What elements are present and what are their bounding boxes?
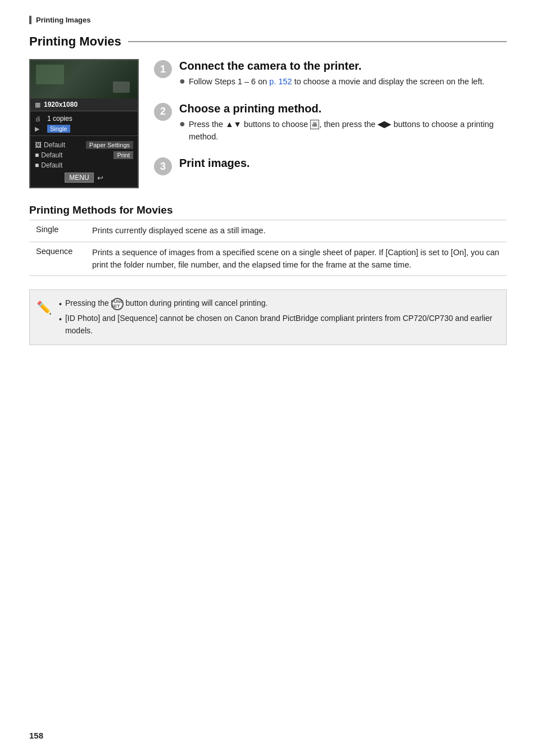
step-1: 1 Connect the camera to the printer. ● F… bbox=[152, 59, 507, 90]
step-2-bullet-dot: ● bbox=[179, 118, 185, 130]
note-text-1: Pressing the FUNCSET button during print… bbox=[65, 297, 268, 310]
cam-menu-arrow: ↩ bbox=[97, 174, 103, 182]
cam-copies-row: 🖨 1 copies bbox=[35, 114, 133, 124]
step-3: 3 Print images. bbox=[152, 156, 507, 175]
section1-heading: Printing Movies bbox=[29, 34, 121, 49]
page: Printing Images Printing Movies ▦ 1920x1… bbox=[0, 0, 536, 756]
cam-row-paper: 🖼 Default Paper Settings bbox=[35, 140, 133, 150]
cam-print-icon: ■ bbox=[35, 151, 39, 159]
cam-row-print: ■ Default Print bbox=[35, 150, 133, 160]
table-desc-sequence: Prints a sequence of images from a speci… bbox=[85, 242, 507, 276]
cam-top-bar: ▦ 1920x1080 bbox=[30, 98, 138, 111]
breadcrumb: Printing Images bbox=[29, 16, 507, 24]
cam-paper-icon: 🖼 bbox=[35, 141, 42, 149]
methods-section: Printing Methods for Movies Single Print… bbox=[29, 204, 507, 276]
step-1-bullet-dot: ● bbox=[179, 75, 185, 88]
cam-menu-row: MENU ↩ bbox=[35, 170, 133, 184]
cam-row-default: ■ Default bbox=[35, 160, 133, 170]
step-1-bullet-1: ● Follow Steps 1 – 6 on p. 152 to choose… bbox=[179, 76, 507, 88]
cam-bottom: 🖼 Default Paper Settings ■ Default Print… bbox=[30, 138, 138, 187]
cam-copies-val: 1 copies bbox=[47, 115, 72, 123]
step-3-num-wrap: 3 bbox=[152, 156, 174, 175]
step-2-num-wrap: 2 bbox=[152, 102, 174, 146]
cam-print-text: Default bbox=[41, 151, 62, 159]
table-label-single: Single bbox=[29, 220, 85, 242]
cam-body: 🖨 1 copies ▶ Single bbox=[30, 111, 138, 134]
section1-heading-wrap: Printing Movies bbox=[29, 34, 507, 49]
print-method-icon: 🖶 bbox=[310, 120, 319, 129]
note-bullet-dot-2: • bbox=[59, 313, 62, 325]
step-3-content: Print images. bbox=[179, 156, 507, 175]
step-2-bullet-text: Press the ▲▼ buttons to choose 🖶, then p… bbox=[189, 119, 507, 143]
step-2-content: Choose a printing method. ● Press the ▲▼… bbox=[179, 102, 507, 146]
main-content-row: ▦ 1920x1080 🖨 1 copies ▶ Single 🖼 D bbox=[29, 59, 507, 188]
note-box: ✏️ • Pressing the FUNCSET button during … bbox=[29, 289, 507, 345]
step-1-bullet-text: Follow Steps 1 – 6 on p. 152 to choose a… bbox=[189, 76, 484, 88]
note-pencil-icon: ✏️ bbox=[37, 298, 52, 318]
cam-default-label: ■ Default bbox=[35, 161, 62, 169]
step-1-content: Connect the camera to the printer. ● Fol… bbox=[179, 59, 507, 90]
step-1-title: Connect the camera to the printer. bbox=[179, 59, 507, 73]
heading-divider bbox=[128, 41, 507, 42]
note-text-2: [ID Photo] and [Sequence] cannot be chos… bbox=[65, 312, 497, 337]
step-2-bullet-1: ● Press the ▲▼ buttons to choose 🖶, then… bbox=[179, 119, 507, 143]
table-row: Single Prints currently displayed scene … bbox=[29, 220, 507, 242]
cam-res-icon: ▦ bbox=[35, 101, 40, 108]
cam-print-val: Print bbox=[113, 151, 133, 159]
cam-paper-val: Paper Settings bbox=[86, 141, 133, 149]
step-3-title: Print images. bbox=[179, 156, 507, 170]
cam-paper-label: 🖼 Default bbox=[35, 141, 65, 149]
methods-table: Single Prints currently displayed scene … bbox=[29, 220, 507, 276]
step-1-number: 1 bbox=[154, 60, 172, 78]
step-3-number: 3 bbox=[154, 157, 172, 175]
cam-print-label: ■ Default bbox=[35, 151, 62, 159]
table-label-sequence: Sequence bbox=[29, 242, 85, 276]
step-1-link[interactable]: p. 152 bbox=[269, 77, 292, 86]
cam-single-row: ▶ Single bbox=[35, 124, 133, 134]
camera-screen: ▦ 1920x1080 🖨 1 copies ▶ Single 🖼 D bbox=[29, 59, 139, 188]
step-1-num-wrap: 1 bbox=[152, 59, 174, 90]
note-bullet-1: • Pressing the FUNCSET button during pri… bbox=[59, 297, 497, 310]
step-2-body: ● Press the ▲▼ buttons to choose 🖶, then… bbox=[179, 119, 507, 143]
step-2: 2 Choose a printing method. ● Press the … bbox=[152, 102, 507, 146]
cam-paper-text: Default bbox=[44, 141, 65, 149]
page-number: 158 bbox=[29, 731, 43, 740]
cam-divider bbox=[30, 135, 138, 136]
methods-heading: Printing Methods for Movies bbox=[29, 204, 507, 216]
cam-resolution: 1920x1080 bbox=[44, 101, 78, 108]
cam-single-icon: ▶ bbox=[35, 125, 45, 133]
cam-copies-icon: 🖨 bbox=[35, 115, 45, 122]
cam-default-text: Default bbox=[41, 161, 62, 169]
steps-container: 1 Connect the camera to the printer. ● F… bbox=[152, 59, 507, 188]
note-bullet-dot-1: • bbox=[59, 298, 62, 310]
func-set-btn-icon: FUNCSET bbox=[111, 298, 124, 310]
step-1-body: ● Follow Steps 1 – 6 on p. 152 to choose… bbox=[179, 76, 507, 88]
cam-thumbnail bbox=[30, 60, 138, 98]
step-2-number: 2 bbox=[154, 103, 172, 121]
cam-menu-btn: MENU bbox=[65, 173, 93, 183]
step-2-title: Choose a printing method. bbox=[179, 102, 507, 115]
note-bullet-2: • [ID Photo] and [Sequence] cannot be ch… bbox=[59, 312, 497, 337]
table-row: Sequence Prints a sequence of images fro… bbox=[29, 242, 507, 276]
cam-single-label: Single bbox=[47, 125, 70, 133]
cam-default-icon: ■ bbox=[35, 161, 39, 169]
table-desc-single: Prints currently displayed scene as a st… bbox=[85, 220, 507, 242]
